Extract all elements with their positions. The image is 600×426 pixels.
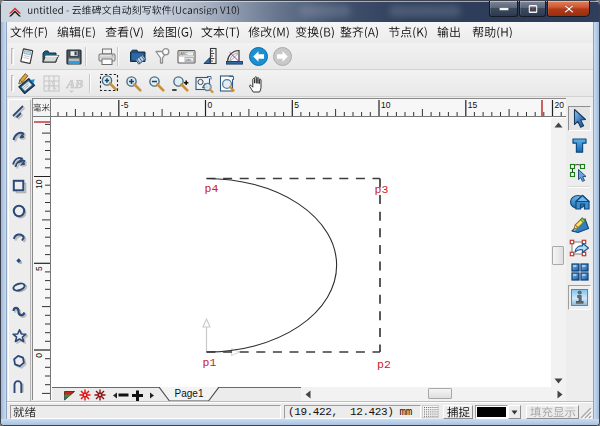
svg-text:5: 5 <box>34 266 44 271</box>
app-icon <box>8 6 22 18</box>
tool-rectangle-button[interactable] <box>10 174 29 198</box>
redraw-button[interactable] <box>78 389 91 401</box>
menu-draw[interactable] <box>153 26 193 38</box>
text-edit-button[interactable]: AB <box>65 72 88 95</box>
svg-text:p4: p4 <box>205 182 219 195</box>
tool-info-button[interactable] <box>568 285 591 310</box>
tool-arc-button[interactable] <box>10 224 29 248</box>
color-selector[interactable] <box>475 405 508 419</box>
scroll-right-button[interactable] <box>553 387 566 401</box>
coordinates-text: (19.422, 12.423) mm <box>288 406 412 418</box>
tool-export-selection-button[interactable] <box>568 235 591 260</box>
preview-button[interactable] <box>151 45 174 68</box>
tool-node-edit-button[interactable] <box>568 159 591 184</box>
tool-star-button[interactable] <box>10 324 29 348</box>
redraw-all-button[interactable] <box>93 389 106 401</box>
page-tab-label: Page1 <box>159 388 219 399</box>
vertical-scrollbar[interactable] <box>551 118 566 387</box>
current-color-swatch <box>477 407 506 417</box>
remove-page-button[interactable] <box>117 389 130 401</box>
angle-button[interactable] <box>223 45 246 68</box>
vscroll-thumb[interactable] <box>552 246 564 265</box>
engrave-attributes-button[interactable] <box>15 72 38 95</box>
tool-curve-button[interactable] <box>10 124 29 148</box>
redo-button[interactable] <box>271 45 294 68</box>
svg-text:5: 5 <box>294 100 299 110</box>
zoom-out-button[interactable] <box>146 72 169 95</box>
zoom-page-button[interactable] <box>216 72 239 95</box>
scroll-left-button[interactable] <box>301 387 314 401</box>
menu-transform[interactable] <box>295 26 335 38</box>
menu-output[interactable] <box>437 26 461 38</box>
color-dropdown-button[interactable] <box>508 405 521 419</box>
tool-array-button[interactable] <box>568 259 591 284</box>
fill-display-button[interactable] <box>526 405 579 419</box>
edit-tool-palette <box>566 97 593 402</box>
workspace: -505101520 0510 p1p2p3p4 Page1 <box>32 98 566 400</box>
save-button[interactable] <box>63 45 86 68</box>
tool-flat-ellipse-button[interactable] <box>10 274 29 298</box>
zoom-objects-button[interactable] <box>193 72 216 95</box>
tool-line-button[interactable] <box>10 99 29 123</box>
title-bar[interactable] <box>1 1 599 22</box>
tool-spline-button[interactable] <box>10 299 29 323</box>
layers-button[interactable] <box>63 389 76 401</box>
horizontal-scrollbar[interactable] <box>301 387 566 401</box>
page-tab-strip: Page1 <box>52 387 301 401</box>
grid-icon[interactable] <box>422 405 439 418</box>
resize-grip[interactable] <box>579 406 592 419</box>
menu-align[interactable] <box>340 26 379 38</box>
maximize-button[interactable] <box>519 1 546 17</box>
import-button[interactable] <box>127 45 150 68</box>
hscroll-thumb[interactable] <box>428 388 452 399</box>
tab-page1[interactable]: Page1 <box>159 387 219 401</box>
window-title <box>25 5 242 15</box>
status-message <box>10 405 281 419</box>
tool-ellipse-button[interactable] <box>10 199 29 223</box>
text-layout-button[interactable]: A <box>40 72 63 95</box>
tool-double-curve-button[interactable] <box>10 149 29 173</box>
new-button[interactable] <box>15 45 38 68</box>
toolbar-separator <box>117 47 118 66</box>
close-button[interactable] <box>547 1 590 17</box>
menu-node[interactable] <box>388 26 428 38</box>
next-page-button[interactable] <box>145 389 158 401</box>
print-button[interactable] <box>96 45 119 68</box>
scroll-down-button[interactable] <box>551 374 566 387</box>
zoom-window-button[interactable] <box>99 72 122 95</box>
pan-button[interactable] <box>245 72 268 95</box>
menu-help[interactable] <box>472 26 513 38</box>
measure-button[interactable] <box>199 45 222 68</box>
vertical-ruler: 0510 <box>33 117 51 400</box>
tool-point-button[interactable] <box>10 249 29 273</box>
svg-text:20: 20 <box>555 100 565 110</box>
svg-text:p2: p2 <box>377 358 391 371</box>
menu-text[interactable] <box>201 26 240 38</box>
drawing-canvas[interactable]: p1p2p3p4 <box>52 118 551 387</box>
add-page-button[interactable] <box>131 389 144 401</box>
snap-button[interactable] <box>443 405 473 419</box>
menu-file[interactable] <box>10 26 48 38</box>
tool-text-button[interactable] <box>568 133 591 158</box>
svg-text:A: A <box>47 77 57 92</box>
undo-button[interactable] <box>247 45 270 68</box>
toolbar-separator <box>85 47 86 66</box>
properties-button[interactable]: ABCabc <box>175 45 198 68</box>
zoom-in-button[interactable] <box>122 72 145 95</box>
menu-modify[interactable] <box>248 26 290 38</box>
minimize-button[interactable] <box>489 1 518 17</box>
menu-edit[interactable] <box>57 26 96 38</box>
scroll-up-button[interactable] <box>551 118 566 131</box>
menu-view[interactable] <box>105 26 144 38</box>
zoom-dynamic-button[interactable] <box>169 72 192 95</box>
glass-reflection <box>389 5 461 17</box>
tool-polygon-button[interactable] <box>10 349 29 373</box>
svg-text:10: 10 <box>381 100 391 110</box>
tool-page-setup-button[interactable] <box>568 189 591 214</box>
ruler-unit-box <box>33 99 51 117</box>
open-button[interactable] <box>39 45 62 68</box>
tool-special-shape-button[interactable] <box>10 374 29 398</box>
draw-tool-palette <box>8 99 31 402</box>
toolbar-grip[interactable] <box>11 75 14 92</box>
tool-select-button[interactable] <box>568 106 591 131</box>
